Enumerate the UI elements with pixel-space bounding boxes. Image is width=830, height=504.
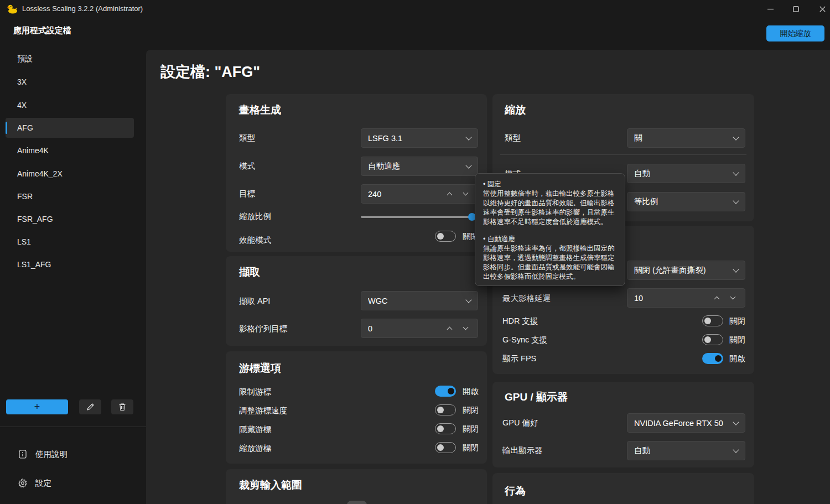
gsync-support-toggle[interactable] xyxy=(702,334,723,345)
fg-mode-tooltip: • 固定 當使用整數倍率時，藉由輸出較多原生影格以維持更好的畫面品質和效能。但輸… xyxy=(475,173,625,286)
start-scaling-button[interactable]: 開始縮放 xyxy=(766,25,824,41)
cursor-options-title: 游標選項 xyxy=(239,361,281,376)
cursor-speed-label: 調整游標速度 xyxy=(239,406,287,416)
fg-mode-label: 模式 xyxy=(239,161,255,172)
chevron-down-icon xyxy=(733,266,739,272)
chevron-up-icon[interactable] xyxy=(447,193,453,198)
chevron-down-icon xyxy=(465,134,471,140)
gsync-support-label: G-Sync 支援 xyxy=(502,335,547,345)
app-duck-logo-icon xyxy=(7,4,18,16)
gsync-support-state: 關閉 xyxy=(729,335,745,345)
profile-title: 設定檔: "AFG" xyxy=(160,62,260,82)
profile-actions: + xyxy=(0,399,146,414)
sidebar-item-afg[interactable]: AFG xyxy=(6,118,134,138)
scaling-type-label: 類型 xyxy=(505,133,521,143)
output-display-label: 輸出顯示器 xyxy=(502,445,543,456)
sidebar-item-fsr[interactable]: FSR xyxy=(6,186,134,206)
cursor-hide-toggle[interactable] xyxy=(435,423,456,434)
chevron-up-icon[interactable] xyxy=(447,327,453,332)
rename-profile-button[interactable] xyxy=(79,399,101,414)
selected-indicator xyxy=(6,122,7,134)
max-frame-latency-spinner[interactable]: 10 xyxy=(627,288,745,308)
chevron-down-icon xyxy=(733,198,739,204)
cursor-scale-toggle[interactable] xyxy=(435,442,456,453)
minimize-button[interactable] xyxy=(758,0,783,18)
sidebar-divider xyxy=(0,427,146,427)
fg-type-dropdown[interactable]: LSFG 3.1 xyxy=(361,128,478,148)
chevron-down-icon xyxy=(465,297,471,303)
chevron-down-icon[interactable] xyxy=(730,294,736,300)
close-button[interactable] xyxy=(810,0,830,18)
cursor-options-panel: 游標選項 限制游標 開啟 調整游標速度 關閉 隱藏游標 關閉 縮放游標 關閉 xyxy=(226,351,487,464)
sidebar-item-default[interactable]: 預設 xyxy=(6,49,134,69)
capture-api-label: 擷取 API xyxy=(239,296,270,306)
fg-mode-dropdown[interactable]: 自動適應 xyxy=(361,157,478,176)
capture-api-dropdown[interactable]: WGC xyxy=(361,291,478,310)
chevron-down-icon[interactable] xyxy=(463,190,469,196)
hdr-support-label: HDR 支援 xyxy=(502,316,538,326)
chevron-down-icon[interactable] xyxy=(463,325,469,330)
capture-queue-spinner[interactable]: 0 xyxy=(361,319,478,338)
cursor-clip-toggle[interactable] xyxy=(435,386,456,397)
show-fps-state: 開啟 xyxy=(729,354,745,364)
help-nav-item[interactable]: 使用說明 xyxy=(0,444,146,464)
sidebar-item-anime4k[interactable]: Anime4K xyxy=(6,141,134,160)
sidebar-item-3x[interactable]: 3X xyxy=(6,72,134,92)
trash-icon xyxy=(118,403,126,411)
frame-generation-panel: 畫格生成 類型 LSFG 3.1 模式 自動適應 目標 240 縮放比例 效能模… xyxy=(226,94,487,252)
maximize-button[interactable] xyxy=(783,0,808,18)
tooltip-adaptive-body: 無論原生影格速率為何，都照樣輸出固定的影格速率，透過動態調整畫格生成倍率穩定影格… xyxy=(483,244,617,282)
behavior-panel: 行為 xyxy=(492,473,754,504)
gpu-preference-label: GPU 偏好 xyxy=(502,418,538,428)
sidebar-item-fsr-afg[interactable]: FSR_AFG xyxy=(6,209,134,229)
cursor-scale-label: 縮放游標 xyxy=(239,443,271,454)
capture-panel: 擷取 擷取 API WGC 影格佇列目標 0 xyxy=(226,256,487,346)
add-profile-button[interactable]: + xyxy=(6,399,68,414)
gear-icon xyxy=(18,479,27,487)
show-fps-toggle[interactable] xyxy=(702,353,723,364)
hdr-support-toggle[interactable] xyxy=(702,315,723,326)
maximize-icon xyxy=(793,6,799,12)
cursor-clip-label: 限制游標 xyxy=(239,387,271,397)
scaling-mode-dropdown[interactable]: 自動 xyxy=(627,164,745,183)
sidebar-item-4x[interactable]: 4X xyxy=(6,95,134,115)
settings-nav-item[interactable]: 設定 xyxy=(0,473,146,493)
chevron-down-icon xyxy=(733,169,739,175)
crop-partial-toggle[interactable] xyxy=(347,501,367,504)
page-header-title: 應用程式設定檔 xyxy=(13,25,71,36)
help-manual-icon xyxy=(18,450,27,459)
sidebar-item-ls1-afg[interactable]: LS1_AFG xyxy=(6,254,134,274)
chevron-down-icon xyxy=(733,446,739,453)
sidebar-item-anime4k-2x[interactable]: Anime4K_2X xyxy=(6,164,134,184)
cursor-speed-toggle[interactable] xyxy=(435,404,456,415)
title-bar: Lossless Scaling 3.2.2 (Administrator) xyxy=(0,0,830,18)
gpu-preference-dropdown[interactable]: NVIDIA GeForce RTX 50 xyxy=(627,413,745,433)
show-fps-label: 顯示 FPS xyxy=(502,354,536,364)
fg-target-label: 目標 xyxy=(239,189,255,199)
fg-scale-label: 縮放比例 xyxy=(239,211,271,222)
profile-sidebar: 預設 3X 4X AFG Anime4K Anime4K_2X FSR FSR_… xyxy=(0,50,146,504)
chevron-down-icon xyxy=(733,134,739,140)
hdr-support-state: 關閉 xyxy=(729,316,745,326)
cursor-scale-state: 關閉 xyxy=(463,443,479,453)
crop-input-title: 裁剪輸入範圍 xyxy=(239,478,302,492)
scaling-type-dropdown[interactable]: 關 xyxy=(627,128,745,148)
delete-profile-button[interactable] xyxy=(111,399,133,414)
frame-generation-title: 畫格生成 xyxy=(239,103,281,117)
crop-input-panel: 裁剪輸入範圍 xyxy=(226,469,487,504)
chevron-up-icon[interactable] xyxy=(714,297,720,302)
gpu-display-title: GPU / 顯示器 xyxy=(505,390,568,404)
scaling-divider xyxy=(500,154,746,155)
fg-scale-slider[interactable] xyxy=(361,216,474,218)
fg-type-label: 類型 xyxy=(239,133,255,143)
cursor-hide-state: 關閉 xyxy=(463,424,479,434)
close-icon xyxy=(819,6,826,12)
fg-target-spinner[interactable]: 240 xyxy=(361,184,478,204)
minimize-icon xyxy=(767,6,774,12)
sidebar-item-ls1[interactable]: LS1 xyxy=(6,232,134,252)
sync-mode-dropdown[interactable]: 關閉 (允許畫面撕裂) xyxy=(627,261,745,280)
scaling-aspect-dropdown[interactable]: 等比例 xyxy=(627,192,745,211)
cursor-hide-label: 隱藏游標 xyxy=(239,424,271,435)
fg-performance-toggle[interactable] xyxy=(435,231,456,242)
output-display-dropdown[interactable]: 自動 xyxy=(627,441,745,460)
